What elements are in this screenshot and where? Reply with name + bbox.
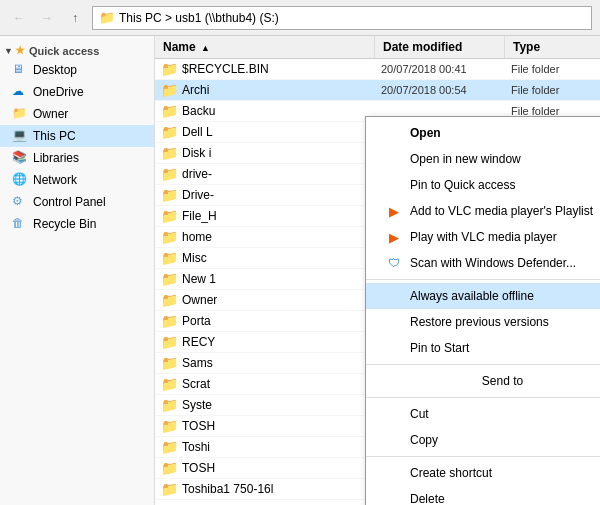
context-menu-item-open[interactable]: Open	[366, 120, 600, 146]
table-row[interactable]: 📁 Archi 20/07/2018 00:54 File folder	[155, 80, 600, 101]
file-name-cell: 📁 Disk i	[155, 143, 375, 163]
back-button[interactable]: ←	[8, 7, 30, 29]
ctx-item-label: Open	[410, 126, 441, 140]
up-button[interactable]: ↑	[64, 7, 86, 29]
ctx-item-label: Cut	[410, 407, 429, 421]
file-name-cell: 📁 Toshi	[155, 437, 375, 457]
file-name-cell: 📁 Toshiba1 750-16l	[155, 479, 375, 499]
file-date-cell: 20/07/2018 00:41	[375, 61, 505, 77]
file-date-cell: 20/07/2018 00:54	[375, 82, 505, 98]
file-label: Dell L	[182, 125, 213, 139]
address-path: This PC > usb1 (\\bthub4) (S:)	[119, 11, 279, 25]
title-bar: ← → ↑ 📁 This PC > usb1 (\\bthub4) (S:)	[0, 0, 600, 36]
file-name-cell: 📁 Sams	[155, 353, 375, 373]
sidebar-item-owner[interactable]: 📁 Owner	[0, 103, 154, 125]
ctx-icon	[386, 406, 402, 422]
chevron-down-icon: ▼	[4, 46, 13, 56]
controlpanel-icon: ⚙	[12, 194, 28, 210]
folder-icon: 📁	[161, 250, 178, 266]
file-name-cell: 📁 File_H	[155, 206, 375, 226]
file-name-cell: 📁 Archi	[155, 80, 375, 100]
sidebar: ▼ ★ Quick access 🖥 Desktop ☁ OneDrive 📁 …	[0, 36, 155, 505]
folder-icon: 📁	[161, 208, 178, 224]
file-label: Drive-	[182, 188, 214, 202]
forward-button[interactable]: →	[36, 7, 58, 29]
context-menu-item-delete[interactable]: Delete	[366, 486, 600, 505]
context-menu-item-scan-defender[interactable]: 🛡Scan with Windows Defender...	[366, 250, 600, 276]
file-label: Syste	[182, 398, 212, 412]
folder-icon: 📁	[161, 334, 178, 350]
ctx-icon: 🛡	[386, 255, 402, 271]
file-type-cell: File folder	[505, 61, 565, 77]
sidebar-onedrive-label: OneDrive	[33, 85, 84, 99]
ctx-icon: ▶	[386, 203, 402, 219]
file-label: File_H	[182, 209, 217, 223]
quick-access-header[interactable]: ▼ ★ Quick access	[0, 40, 154, 59]
sidebar-network-label: Network	[33, 173, 77, 187]
folder-icon: 📁	[161, 376, 178, 392]
ctx-icon	[386, 177, 402, 193]
thispc-icon: 💻	[12, 128, 28, 144]
sidebar-item-onedrive[interactable]: ☁ OneDrive	[0, 81, 154, 103]
ctx-icon	[386, 491, 402, 505]
context-menu-item-pin-start[interactable]: Pin to Start	[366, 335, 600, 361]
ctx-item-label: Pin to Start	[410, 341, 469, 355]
ctx-icon	[386, 340, 402, 356]
file-name-cell: 📁 home	[155, 227, 375, 247]
ctx-item-label: Pin to Quick access	[410, 178, 515, 192]
context-menu-item-pin-quick-access[interactable]: Pin to Quick access	[366, 172, 600, 198]
folder-icon: 📁	[161, 439, 178, 455]
address-bar[interactable]: 📁 This PC > usb1 (\\bthub4) (S:)	[92, 6, 592, 30]
context-menu-item-always-available-offline[interactable]: Always available offline	[366, 283, 600, 309]
context-menu-item-cut[interactable]: Cut	[366, 401, 600, 427]
file-name-cell: 📁 drive-	[155, 164, 375, 184]
ctx-item-label: Delete	[410, 492, 445, 505]
sidebar-item-network[interactable]: 🌐 Network	[0, 169, 154, 191]
file-label: $RECYCLE.BIN	[182, 62, 269, 76]
file-name-cell: 📁 Porta	[155, 311, 375, 331]
col-name-header[interactable]: Name ▲	[155, 36, 375, 58]
file-label: Sams	[182, 356, 213, 370]
sidebar-item-controlpanel[interactable]: ⚙ Control Panel	[0, 191, 154, 213]
ctx-item-label: Copy	[410, 433, 438, 447]
context-menu-item-create-shortcut[interactable]: Create shortcut	[366, 460, 600, 486]
sidebar-item-desktop[interactable]: 🖥 Desktop	[0, 59, 154, 81]
folder-icon: 📁	[161, 271, 178, 287]
context-menu-item-open-new-window[interactable]: Open in new window	[366, 146, 600, 172]
context-menu-item-add-vlc-playlist[interactable]: ▶Add to VLC media player's Playlist	[366, 198, 600, 224]
onedrive-icon: ☁	[12, 84, 28, 100]
folder-icon: 📁	[161, 355, 178, 371]
file-name-cell: 📁 Misc	[155, 248, 375, 268]
file-area: Name ▲ Date modified Type 📁 $RECYCLE.BIN…	[155, 36, 600, 505]
quick-access-label: Quick access	[29, 45, 99, 57]
folder-icon: 📁	[161, 229, 178, 245]
ctx-icon: ▶	[386, 229, 402, 245]
file-name-cell: 📁 New 1	[155, 269, 375, 289]
context-menu-item-copy[interactable]: Copy	[366, 427, 600, 453]
sidebar-thispc-label: This PC	[33, 129, 76, 143]
ctx-icon	[386, 151, 402, 167]
sidebar-item-recyclebin[interactable]: 🗑 Recycle Bin	[0, 213, 154, 235]
ctx-item-label: Play with VLC media player	[410, 230, 557, 244]
file-name-cell: 📁 RECY	[155, 332, 375, 352]
context-menu-item-restore-previous[interactable]: Restore previous versions	[366, 309, 600, 335]
owner-folder-icon: 📁	[12, 106, 28, 122]
col-type-header[interactable]: Type	[505, 36, 548, 58]
sidebar-item-thispc[interactable]: 💻 This PC	[0, 125, 154, 147]
file-list-header: Name ▲ Date modified Type	[155, 36, 600, 59]
ctx-item-label: Send to	[482, 374, 523, 388]
ctx-icon	[386, 432, 402, 448]
star-icon: ★	[15, 44, 25, 57]
col-date-header[interactable]: Date modified	[375, 36, 505, 58]
sidebar-item-libraries[interactable]: 📚 Libraries	[0, 147, 154, 169]
folder-icon: 📁	[161, 61, 178, 77]
context-menu-item-send-to[interactable]: Send to►	[366, 368, 600, 394]
context-menu-item-play-vlc[interactable]: ▶Play with VLC media player	[366, 224, 600, 250]
file-label: Porta	[182, 314, 211, 328]
table-row[interactable]: 📁 $RECYCLE.BIN 20/07/2018 00:41 File fol…	[155, 59, 600, 80]
ctx-icon	[386, 288, 402, 304]
recyclebin-icon: 🗑	[12, 216, 28, 232]
ctx-item-label: Add to VLC media player's Playlist	[410, 204, 593, 218]
sort-arrow: ▲	[201, 43, 210, 53]
ctx-separator	[366, 397, 600, 398]
